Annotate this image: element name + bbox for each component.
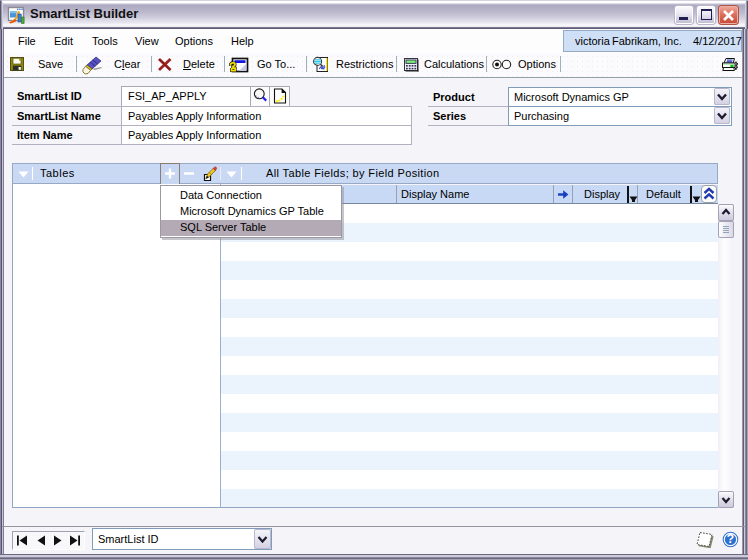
svg-text:?: ? bbox=[727, 532, 734, 546]
